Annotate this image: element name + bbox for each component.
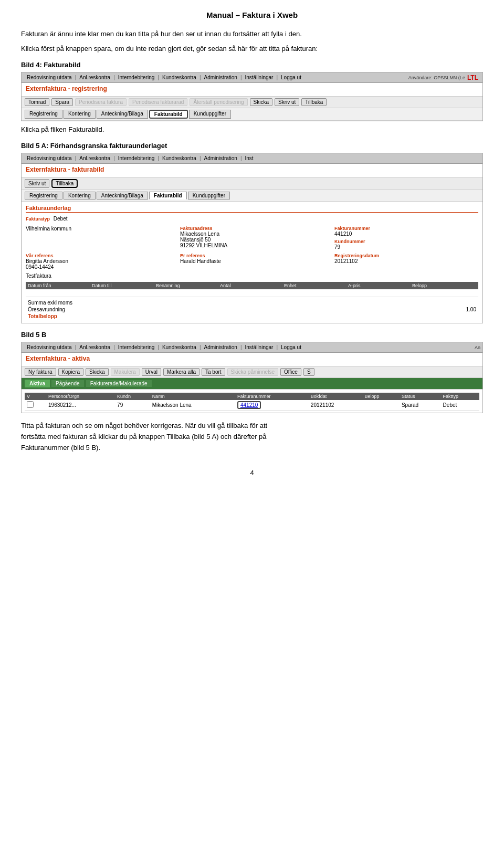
- btn-periodisera-fakturarad[interactable]: Periodisera fakturarad: [129, 98, 187, 106]
- oresavrundning-row: Öresavrundning 1.00: [26, 306, 478, 313]
- nav5b-admin[interactable]: Administration: [201, 343, 240, 351]
- tab5a-registrering[interactable]: Registrering: [25, 192, 62, 200]
- btn5b-ta-bort[interactable]: Ta bort: [202, 368, 225, 376]
- nav5b-inst[interactable]: Inställningar: [242, 343, 277, 351]
- bild5a-navbar: Redovisning utdata | Anl.reskontra | Int…: [22, 153, 482, 164]
- btn-tillbaka[interactable]: Tillbaka: [301, 98, 327, 106]
- nav5a-admin[interactable]: Administration: [201, 154, 240, 162]
- tab5b-fakturerade[interactable]: Fakturerade/Makulerade: [86, 380, 152, 387]
- intro-text-1: Fakturan är ännu inte klar men du kan ti…: [21, 29, 483, 39]
- nav5b-kund[interactable]: Kundreskontra: [159, 343, 200, 351]
- bild5b-navbar: Redovisning utdata | Anl.reskontra | Int…: [22, 342, 482, 353]
- er-ref-col: Er referens Harald Handfaste: [180, 253, 324, 270]
- faktura-nr-value: 441210: [334, 231, 478, 237]
- nav-logo: LTL: [467, 74, 480, 81]
- reg-datum-label: Registreringsdatum: [334, 253, 478, 258]
- bild5a-content: Fakturaunderlag Fakturatyp Debet Vilhelm…: [22, 202, 482, 323]
- btn5b-makulera[interactable]: Makulera: [111, 368, 140, 376]
- tab5a-kontering[interactable]: Kontering: [64, 192, 96, 200]
- btn5a-skriv-ut[interactable]: Skriv ut: [25, 179, 49, 188]
- row-fakttyp: Debet: [441, 400, 479, 411]
- btn-skicka[interactable]: Skicka: [250, 98, 272, 106]
- bild5b-header: Externfaktura - aktiva: [22, 353, 482, 366]
- bild5a-tab-row: Registrering Kontering Anteckning/Bilaga…: [22, 190, 482, 202]
- nav-admin[interactable]: Administration: [201, 74, 240, 81]
- nav5a-intern[interactable]: Interndebitering: [115, 154, 158, 162]
- th-apris: A-pris: [348, 283, 412, 288]
- nav5a-redovisning[interactable]: Redovisning utdata: [24, 154, 75, 162]
- kund-nr-value: 79: [334, 244, 478, 250]
- address-label: Fakturaadress: [180, 226, 324, 231]
- var-ref-label: Vår referens: [26, 253, 170, 258]
- tab5a-anteckning[interactable]: Anteckning/Bilaga: [97, 192, 148, 200]
- btn5b-skicka-pam[interactable]: Skicka påminnelse: [227, 368, 278, 376]
- btn-aterstall[interactable]: Återställ periodisering: [190, 98, 247, 106]
- faktura-nr-link[interactable]: 441210: [237, 401, 261, 409]
- btn5b-markera-alla[interactable]: Markera alla: [163, 368, 200, 376]
- bild5b-screenshot: Redovisning utdata | Anl.reskontra | Int…: [21, 342, 483, 413]
- tab5a-fakturabild[interactable]: Fakturabild: [149, 192, 187, 200]
- bild5b-table-header-row: V Personor/Orgn Kundn Namn Fakturanummer…: [25, 393, 479, 400]
- nav-kund[interactable]: Kundreskontra: [159, 74, 200, 81]
- row-status: Sparad: [400, 400, 441, 411]
- nav5b-intern[interactable]: Interndebitering: [115, 343, 158, 351]
- btn5a-tillbaka[interactable]: Tillbaka: [51, 179, 78, 188]
- nav-redovisning[interactable]: Redovisning utdata: [24, 74, 75, 81]
- oresavrundning-label: Öresavrundning: [28, 307, 445, 312]
- faktura-right-col: Fakturanummer 441210 Kundnummer 79: [334, 226, 478, 250]
- btn5b-office[interactable]: Office: [280, 368, 301, 376]
- bild5b-table-content: V Personor/Orgn Kundn Namn Fakturanummer…: [22, 390, 482, 413]
- row-checkbox-input[interactable]: [27, 401, 34, 408]
- th-belopp: Belopp: [412, 283, 476, 288]
- nav5a-anl[interactable]: Anl.reskontra: [76, 154, 113, 162]
- btn-spara[interactable]: Spara: [51, 98, 73, 106]
- address-line2: Nästansjö 50: [180, 237, 324, 243]
- tab-fakturabild[interactable]: Fakturabild: [149, 110, 188, 119]
- bild5b-button-row: Ny faktura Kopiera Skicka Makulera Urval…: [22, 366, 482, 378]
- btn-skriv-ut[interactable]: Skriv ut: [275, 98, 299, 106]
- btn5b-ny[interactable]: Ny faktura: [25, 368, 56, 376]
- bild5b-tab-row: Aktiva Pågående Fakturerade/Makulerade: [22, 378, 482, 390]
- tab5a-kunduppgifter[interactable]: Kunduppgifter: [188, 192, 230, 200]
- faktura-nr-label: Fakturanummer: [334, 226, 478, 231]
- tab-registrering[interactable]: Registrering: [25, 110, 62, 119]
- er-ref-label: Er referens: [180, 253, 324, 258]
- summa-val: [445, 300, 476, 306]
- kund-nr-label: Kundnummer: [334, 239, 478, 244]
- bottom-text: Titta på fakturan och se om något behöve…: [21, 421, 483, 453]
- bild5b-table: V Personor/Orgn Kundn Namn Fakturanummer…: [25, 393, 479, 411]
- row-fakturanr[interactable]: 441210: [235, 400, 309, 411]
- nav5b-redovisning[interactable]: Redovisning utdata: [24, 343, 75, 351]
- tab-kontering[interactable]: Kontering: [64, 110, 96, 119]
- th-datum-fran: Datum från: [28, 283, 92, 288]
- btn-periodisera-faktura[interactable]: Periodisera faktura: [75, 98, 127, 106]
- page-number: 4: [21, 469, 483, 477]
- faktura-table-empty-row: [26, 289, 478, 297]
- nav-intern[interactable]: Interndebitering: [115, 74, 158, 81]
- nav-anl[interactable]: Anl.reskontra: [76, 74, 113, 81]
- nav-logga[interactable]: Logga ut: [278, 74, 304, 81]
- bild4-instruction: Klicka på fliken Fakturabild.: [21, 125, 483, 133]
- row-checkbox: [25, 400, 46, 411]
- nav5b-anl[interactable]: Anl.reskontra: [76, 343, 113, 351]
- faktura-typ-value: Debet: [54, 216, 68, 222]
- row-bokfdat: 20121102: [309, 400, 363, 411]
- table-row: 19630212... 79 Mikaelsson Lena 441210 20…: [25, 400, 479, 411]
- tab5b-pagaende[interactable]: Pågående: [51, 380, 85, 387]
- btn-tomrad[interactable]: Tomrad: [25, 98, 49, 106]
- btn5b-skicka[interactable]: Skicka: [86, 368, 108, 376]
- nav-inst[interactable]: Inställningar: [242, 74, 277, 81]
- row-belopp: [362, 400, 399, 411]
- btn5b-kopiera[interactable]: Kopiera: [58, 368, 83, 376]
- nav5a-inst[interactable]: Inst: [242, 154, 257, 162]
- btn5b-urval[interactable]: Urval: [142, 368, 161, 376]
- tab-anteckning[interactable]: Anteckning/Bilaga: [97, 110, 148, 119]
- nav5a-kund[interactable]: Kundreskontra: [159, 154, 200, 162]
- bottom-line2: fortsätta med fakturan så klickar du på …: [21, 433, 267, 440]
- nav5b-logga[interactable]: Logga ut: [278, 343, 304, 351]
- tab5b-aktiva[interactable]: Aktiva: [25, 380, 50, 387]
- btn5b-s[interactable]: S: [303, 368, 314, 376]
- tab-kunduppgifter[interactable]: Kunduppgifter: [189, 110, 231, 119]
- bild4-button-row: Tomrad Spara Periodisera faktura Periodi…: [22, 97, 482, 108]
- th5b-fakturanr: Fakturanummer: [235, 393, 309, 400]
